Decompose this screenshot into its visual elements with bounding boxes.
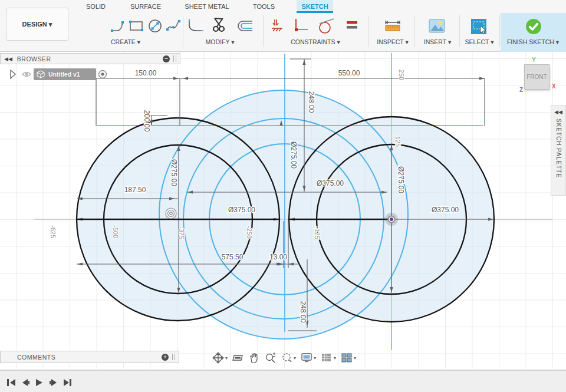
browser-row-controls[interactable] <box>8 68 32 81</box>
grid-coordinate-label: -250 <box>246 226 253 239</box>
group-create[interactable]: CREATE ▾ <box>111 38 140 45</box>
group-modify[interactable]: MODIFY ▾ <box>206 38 235 45</box>
dimension-label[interactable]: Ø275.00 <box>397 166 405 193</box>
dimension-label[interactable]: 187.50 <box>124 186 146 194</box>
finish-sketch-button[interactable]: FINISH SKETCH ▾ <box>507 38 559 45</box>
display-settings-icon[interactable]: ▾ <box>300 352 317 364</box>
dimension-label[interactable]: Ø275.00 <box>170 159 178 186</box>
dimension-label[interactable]: Ø375.00 <box>317 179 344 187</box>
sketch-palette-label: SKETCH PALETTE <box>555 118 562 178</box>
pan-icon[interactable] <box>248 351 261 364</box>
sketch-drawing[interactable]: 150.00550.00248.00200.00187.50Ø275.00Ø27… <box>0 52 566 368</box>
in-context-icon[interactable] <box>97 68 108 80</box>
visibility-eye-icon[interactable] <box>22 73 31 77</box>
grid-coordinate-label: -375 <box>178 226 185 239</box>
y-axis-label: Y <box>532 57 536 63</box>
tab-sketch[interactable]: SKETCH <box>297 0 333 13</box>
dimension-label[interactable]: 150.00 <box>135 69 157 77</box>
comments-drag-grip[interactable] <box>172 354 175 360</box>
origin-point[interactable] <box>385 213 398 226</box>
play-icon[interactable] <box>34 378 45 387</box>
comments-header[interactable]: COMMENTS + <box>0 351 179 363</box>
dimension-label[interactable]: 248.00 <box>307 91 315 113</box>
fit-icon[interactable]: ▾ <box>279 351 297 364</box>
z-axis-label: Z <box>519 87 523 93</box>
grid-snap-icon[interactable]: ▾ <box>320 352 337 364</box>
skip-to-start-icon[interactable] <box>6 378 17 387</box>
left-center-mark[interactable] <box>166 208 176 219</box>
comments-title: COMMENTS <box>17 354 55 361</box>
tab-sheetmetal[interactable]: SHEET METAL <box>179 0 235 13</box>
rectangle-icon[interactable] <box>128 18 144 37</box>
group-insert[interactable]: INSERT ▾ <box>424 38 451 45</box>
equal-constraint-icon[interactable] <box>345 20 360 33</box>
viewports-icon[interactable]: ▾ <box>340 352 357 364</box>
zoom-icon[interactable] <box>263 351 277 364</box>
document-cube-icon <box>35 70 46 79</box>
dimension-label[interactable]: 13.00 <box>269 253 287 261</box>
grid-coordinate-label: -125 <box>314 226 321 239</box>
measure-icon[interactable] <box>383 18 402 37</box>
timeline-bar <box>0 370 566 392</box>
dimension-label[interactable]: Ø375.00 <box>432 206 459 214</box>
dimension-label[interactable]: 248.00 <box>299 301 307 323</box>
view-toolbar: ▾ ▾ ▾ ▾ ▾ <box>211 351 357 365</box>
step-back-icon[interactable] <box>20 378 31 387</box>
insert-image-icon[interactable] <box>427 18 446 37</box>
tab-tools[interactable]: TOOLS <box>248 0 280 13</box>
x-axis-label: X <box>552 83 556 90</box>
design-menu-button[interactable]: DESIGN ▾ <box>6 8 68 41</box>
step-forward-icon[interactable] <box>48 378 59 387</box>
dimension-label[interactable]: Ø375.00 <box>228 206 255 214</box>
horizontal-vertical-constraint-icon[interactable] <box>292 18 309 37</box>
grid-coordinate-label: -625 <box>50 225 57 238</box>
browser-header[interactable]: ◀◀ BROWSER − <box>0 53 180 64</box>
profile-fill <box>77 90 494 339</box>
viewcube-face-label[interactable]: FRONT <box>526 74 547 80</box>
look-at-icon[interactable] <box>231 352 245 364</box>
group-constraints[interactable]: CONSTRAINTS ▾ <box>291 38 340 45</box>
sketch-palette-tab[interactable]: ◀◀ SKETCH PALETTE <box>551 105 566 196</box>
tab-surface[interactable]: SURFACE <box>125 0 166 13</box>
tangent-constraint-icon[interactable] <box>317 18 335 38</box>
fillet-icon[interactable] <box>187 18 203 37</box>
group-select[interactable]: SELECT ▾ <box>465 38 494 45</box>
offset-icon[interactable] <box>236 18 254 37</box>
document-name[interactable]: Untitled v1 <box>48 71 80 78</box>
dimension-label[interactable]: 200.00 <box>143 110 151 132</box>
grid-coordinate-label: 125 <box>394 136 402 147</box>
line-icon[interactable] <box>110 18 126 37</box>
document-node[interactable]: Untitled v1 <box>34 68 96 80</box>
grid-coordinate-label: -500 <box>112 225 119 238</box>
trim-icon[interactable] <box>210 17 228 37</box>
grid-coordinate-label: 250 <box>398 70 405 80</box>
collapse-browser-icon[interactable]: ◀◀ <box>4 56 12 62</box>
skip-to-end-icon[interactable] <box>62 378 73 387</box>
ground-constraint-icon[interactable] <box>269 18 285 37</box>
finish-sketch-check-icon[interactable] <box>525 18 542 38</box>
expand-palette-icon[interactable]: ◀◀ <box>554 109 562 115</box>
select-icon[interactable] <box>470 18 488 38</box>
tab-solid[interactable]: SOLID <box>80 0 112 13</box>
viewcube[interactable]: FRONT <box>524 64 549 90</box>
add-comment-icon[interactable]: + <box>162 354 169 361</box>
group-inspect[interactable]: INSPECT ▾ <box>377 38 409 45</box>
orbit-icon[interactable]: ▾ <box>211 351 229 364</box>
browser-minimize-icon[interactable]: − <box>163 55 170 62</box>
browser-title: BROWSER <box>17 55 51 62</box>
circle-icon[interactable] <box>147 18 163 37</box>
expand-arrow-icon[interactable] <box>11 70 15 78</box>
spline-icon[interactable] <box>165 18 182 37</box>
dimension-label[interactable]: 550.00 <box>338 69 360 77</box>
browser-drag-grip[interactable] <box>173 55 176 62</box>
dimension-label[interactable]: 575.50 <box>222 253 243 261</box>
ribbon: DESIGN ▾ SOLID SURFACE SHEET METAL TOOLS… <box>0 0 566 52</box>
dimension-label[interactable]: Ø275.00 <box>289 141 298 169</box>
